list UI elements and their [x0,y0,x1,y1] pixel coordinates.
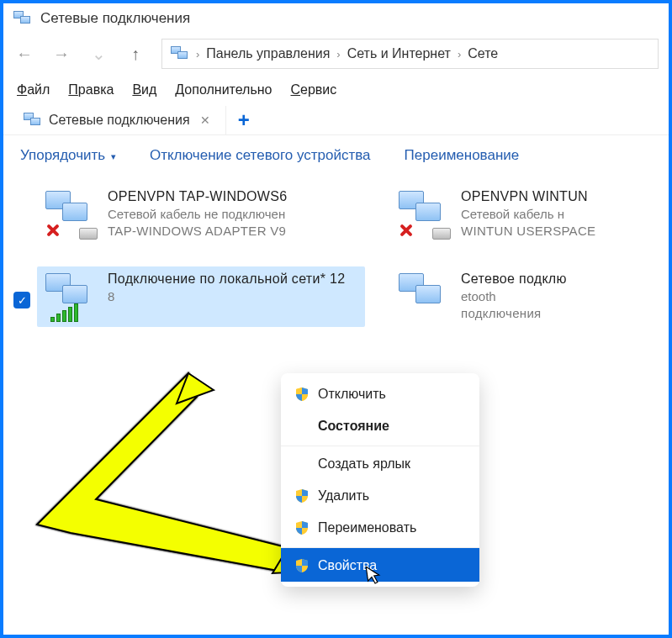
connection-status: Сетевой кабель не подключен [108,207,287,221]
organize-button[interactable]: Упорядочить ▾ [20,147,116,164]
disconnected-x-icon [397,221,415,240]
breadcrumb-item[interactable]: Сете [468,46,498,61]
disconnected-x-icon [44,221,62,240]
titlebar: Сетевые подключения [3,3,669,34]
breadcrumb-item[interactable]: Сеть и Интернет [347,46,451,61]
rename-button[interactable]: Переименование [405,147,520,164]
uac-shield-icon [294,387,310,402]
ctx-label: Удалить [318,488,369,504]
connection-item[interactable]: Сетевое подклю etooth подключения [390,266,609,327]
connection-name: OPENVPN WINTUN [461,189,595,204]
ctx-delete[interactable]: Удалить [281,480,479,512]
dropdown-history[interactable]: ⌄ [87,44,109,64]
connection-status: Сетевой кабель н [461,207,595,221]
selection-checkbox[interactable]: ✓ [13,292,30,308]
disable-device-button[interactable]: Отключение сетевого устройства [150,147,371,164]
menu-extra[interactable]: Дополнительно [175,82,272,98]
toolbar: Упорядочить ▾ Отключение сетевого устрой… [3,135,669,176]
connection-item[interactable]: OPENVPN WINTUN Сетевой кабель н WINTUN U… [390,184,609,245]
ctx-label: Переименовать [318,520,416,535]
chevron-right-icon: › [458,48,461,61]
close-tab-button[interactable]: ✕ [197,113,214,127]
menu-edit[interactable]: Правка [68,82,114,98]
ctx-label: Состояние [318,419,389,434]
ctx-status[interactable]: Состояние [281,410,479,442]
connection-adapter: 8 [108,289,345,303]
svg-marker-0 [37,373,289,572]
menu-file[interactable]: Файл [17,82,50,98]
tab-network-connections[interactable]: Сетевые подключения ✕ [12,106,226,134]
content-area: OPENVPN TAP-WINDOWS6 Сетевой кабель не п… [3,176,669,327]
breadcrumb-item[interactable]: Панель управления [206,46,330,61]
connection-item-selected[interactable]: ✓ Подключение по локальной сети* 12 8 [37,266,365,327]
connection-adapter: WINTUN USERSPACE [461,224,595,238]
menu-view[interactable]: Вид [132,82,156,98]
tab-label: Сетевые подключения [49,113,190,128]
cable-icon [79,228,98,240]
connection-icon [397,272,451,322]
connection-name: Сетевое подклю [461,272,567,287]
ctx-create-shortcut[interactable]: Создать ярлык [281,446,479,480]
connection-icon [44,272,98,322]
uac-shield-icon [294,520,310,535]
menubar: Файл Правка Вид Дополнительно Сервис [3,74,669,106]
ctx-label: Отключить [318,387,386,402]
tab-icon [24,113,42,128]
window-title: Сетевые подключения [40,10,190,27]
connection-item[interactable]: OPENVPN TAP-WINDOWS6 Сетевой кабель не п… [37,184,365,245]
connection-name: Подключение по локальной сети* 12 [108,272,345,287]
tabs-row: Сетевые подключения ✕ + [3,106,669,135]
annotation-arrow [20,365,306,592]
up-button[interactable]: ↑ [124,45,146,64]
ctx-rename[interactable]: Переименовать [281,512,479,544]
new-tab-button[interactable]: + [226,108,262,132]
back-button[interactable]: ← [13,45,35,64]
connection-icon [397,189,451,240]
svg-marker-1 [177,373,214,403]
nav-row: ← → ⌄ ↑ › Панель управления › Сеть и Инт… [3,34,669,74]
chevron-right-icon: › [196,48,199,61]
menu-service[interactable]: Сервис [291,82,337,98]
wifi-signal-icon [50,303,78,322]
chevron-right-icon: › [336,48,340,61]
cable-icon [432,228,451,240]
connection-adapter: TAP-WINDOWS ADAPTER V9 [108,224,287,238]
connection-icon [44,189,98,240]
address-bar[interactable]: › Панель управления › Сеть и Интернет › … [161,39,659,69]
uac-shield-icon [294,558,310,573]
connection-status: etooth [461,289,567,303]
connection-name: OPENVPN TAP-WINDOWS6 [108,189,287,204]
cursor-icon [365,564,384,590]
addressbar-icon [171,46,189,61]
connection-adapter: подключения [461,306,567,320]
forward-button[interactable]: → [50,45,72,64]
network-icon [13,11,32,26]
ctx-label: Создать ярлык [318,456,410,472]
uac-shield-icon [294,488,310,504]
context-menu: Отключить Состояние Создать ярлык Удалит… [281,373,479,587]
ctx-disable[interactable]: Отключить [281,378,479,410]
